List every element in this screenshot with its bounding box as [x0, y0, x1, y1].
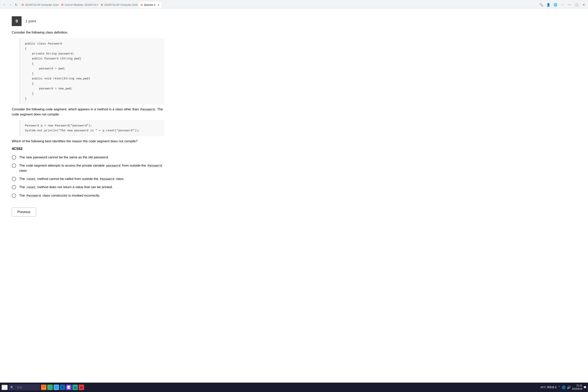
- forward-button[interactable]: ›: [8, 2, 13, 8]
- globe-button[interactable]: 🌐: [553, 2, 558, 8]
- question-prompt: Which of the following best identifies t…: [12, 139, 165, 144]
- tab-0-label: 20240710 AP Computer Science: [25, 3, 58, 6]
- previous-button[interactable]: Previous: [12, 208, 36, 216]
- choice-e[interactable]: The Password class constructor is invoke…: [12, 193, 165, 198]
- choice-d-text: The reset method does not return a value…: [19, 185, 113, 190]
- reload-button[interactable]: ↻: [13, 2, 19, 8]
- choice-a-text: The new password cannot be the same as t…: [19, 155, 109, 160]
- choice-c-after: class.: [116, 177, 124, 181]
- choice-b-inline1: password: [106, 164, 121, 168]
- description-text: Consider the following code segment, whi…: [12, 108, 139, 111]
- tab-3-label: Quizzes 2: [144, 3, 156, 6]
- choice-c-middle: method cannot be called from outside the: [37, 177, 98, 181]
- restore-button[interactable]: ⬜: [574, 2, 580, 8]
- tab-3[interactable]: ✿ Quizzes 2 ✕: [138, 1, 162, 8]
- choices-container: The new password cannot be the same as t…: [12, 155, 165, 198]
- choice-e-text: The Password class constructor is invoke…: [19, 193, 100, 198]
- choice-a[interactable]: The new password cannot be the same as t…: [12, 155, 165, 160]
- account-button[interactable]: 👤: [546, 2, 551, 8]
- back-button[interactable]: ‹: [2, 2, 7, 8]
- choice-e-inline1: Password: [26, 194, 42, 198]
- radio-d[interactable]: [12, 185, 16, 189]
- question-id: 4CS52: [12, 147, 165, 151]
- tab-2-icon: ✿: [101, 3, 103, 6]
- radio-a[interactable]: [12, 155, 16, 160]
- code-segment-block: Password p = new Password("password"); S…: [20, 120, 165, 136]
- choice-c[interactable]: The reset method cannot be called from o…: [12, 176, 165, 182]
- choice-c-before: The: [19, 177, 25, 181]
- code-class-block: public class Password { private String p…: [20, 38, 165, 104]
- tab-3-close[interactable]: ✕: [158, 3, 160, 6]
- choice-c-text: The reset method cannot be called from o…: [19, 176, 124, 182]
- tab-bar: ‹ › ↻ ✿ 20240710 AP Computer Science ✿ C…: [0, 0, 588, 8]
- choice-c-inline2: Password: [99, 178, 115, 181]
- main-content: 9 1 point Consider the following class d…: [0, 8, 176, 224]
- choice-b-before: The code segment attempts to access the …: [19, 164, 105, 168]
- question-header: 9 1 point: [12, 16, 165, 26]
- tab-3-icon: ✿: [140, 3, 143, 6]
- browser-chrome: ‹ › ↻ ✿ 20240710 AP Computer Science ✿ C…: [0, 0, 588, 8]
- choice-e-before: The: [19, 194, 25, 197]
- radio-b[interactable]: [12, 164, 16, 168]
- tab-0-icon: ✿: [22, 3, 24, 6]
- menu-button[interactable]: ⋯: [560, 2, 565, 8]
- choice-b-text: The code segment attempts to access the …: [19, 163, 165, 173]
- radio-e[interactable]: [12, 194, 16, 198]
- tab-0[interactable]: ✿ 20240710 AP Computer Science: [19, 1, 58, 8]
- tab-2[interactable]: ✿ 20240710 AP Computer Science: [98, 1, 138, 8]
- radio-c[interactable]: [12, 177, 16, 181]
- choice-d-after: method does not return a value that can …: [37, 185, 113, 189]
- choice-b[interactable]: The code segment attempts to access the …: [12, 163, 165, 173]
- choice-d[interactable]: The reset method does not return a value…: [12, 185, 165, 190]
- tab-1-icon: ✿: [61, 3, 64, 6]
- choice-b-after: class: [19, 169, 27, 172]
- close-window-button[interactable]: ✕: [581, 2, 586, 8]
- minimize-button[interactable]: —: [567, 2, 572, 8]
- choice-d-before: The: [19, 185, 25, 189]
- tab-1-label: Course Modules: 20240710 AP C...: [65, 3, 98, 6]
- question-intro: Consider the following class definition.: [12, 30, 165, 35]
- choice-c-inline1: reset: [26, 178, 36, 181]
- search-button[interactable]: 🔍: [538, 2, 544, 8]
- question-points: 1 point: [26, 19, 36, 23]
- choice-e-after: class constructor is invoked incorrectly…: [42, 194, 100, 197]
- tab-1[interactable]: ✿ Course Modules: 20240710 AP C...: [59, 1, 98, 8]
- choice-b-inline2: Password: [147, 164, 163, 168]
- tab-2-label: 20240710 AP Computer Science: [104, 3, 138, 6]
- choice-d-inline1: reset: [26, 186, 36, 189]
- question-number: 9: [12, 16, 22, 26]
- choice-b-middle: from outside the: [122, 164, 146, 168]
- class-name-inline: Password: [140, 108, 156, 112]
- question-description: Consider the following code segment, whi…: [12, 107, 165, 117]
